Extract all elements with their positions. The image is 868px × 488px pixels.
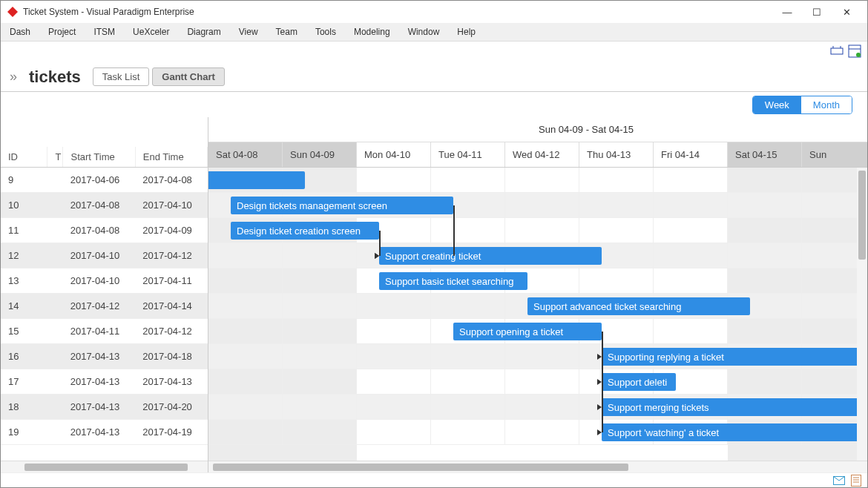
col-start[interactable]: Start Time [63,147,135,167]
toolbar-icon-a[interactable] [830,44,844,60]
table-row[interactable]: 172017-04-132017-04-13 [1,369,208,395]
day-header: Sun [802,142,867,168]
right-v-scroll[interactable] [857,168,867,461]
day-header: Fri 04-14 [654,142,728,168]
gantt-row: Support 'watching' a ticket [208,420,867,445]
table-row[interactable]: 192017-04-132017-04-19 [1,420,208,445]
gantt-bar[interactable]: Support deleti [602,373,676,391]
maximize-button[interactable]: ☐ [802,7,832,18]
cell-end: 2017-04-18 [135,351,208,362]
cell-end: 2017-04-11 [135,275,208,286]
gantt-bar[interactable]: Support creating ticket [379,247,602,265]
cell-id: 10 [1,200,48,211]
gantt-bar[interactable]: Support opening a ticket [453,323,602,340]
menu-tools[interactable]: Tools [315,27,336,37]
gantt-bar[interactable]: Support 'watching' a ticket [602,423,867,441]
period-month[interactable]: Month [801,96,852,113]
col-end[interactable]: End Time [136,147,208,167]
cell-start: 2017-04-13 [63,401,136,412]
menu-uexceler[interactable]: UeXceler [133,27,169,37]
cell-id: 16 [1,351,48,362]
gantt-bar[interactable]: Support basic ticket searching [379,272,527,290]
cell-id: 18 [1,401,48,412]
menu-help[interactable]: Help [457,27,476,37]
period-week[interactable]: Week [753,96,801,113]
table-row[interactable]: 162017-04-132017-04-18 [1,344,208,369]
dependency-arrow-icon [375,253,379,259]
cell-id: 17 [1,376,48,387]
gantt-right-pane: Sun 04-09 - Sat 04-15 Sat 04-08Sun 04-09… [208,117,867,472]
day-header: Sat 04-08 [208,142,283,168]
table-row[interactable]: 122017-04-102017-04-12 [1,243,208,268]
col-id[interactable]: ID [1,147,47,167]
gantt-row: Design ticket creation screen [208,218,867,243]
page-title: tickets [29,67,81,87]
cell-start: 2017-04-13 [63,376,136,387]
day-header: Mon 04-10 [357,142,431,168]
gantt-bar[interactable]: Design ticket creation screen [231,222,379,240]
menu-itsm[interactable]: ITSM [93,27,115,37]
dependency-arrow-icon [597,429,602,435]
col-t[interactable]: T [47,147,63,167]
table-row[interactable]: 152017-04-112017-04-12 [1,319,208,344]
svg-rect-8 [852,475,861,486]
table-row[interactable]: 112017-04-082017-04-09 [1,218,208,243]
toolbar-icon-b[interactable] [848,44,861,60]
tab-gantt-chart[interactable]: Gantt Chart [152,67,225,86]
cell-end: 2017-04-19 [135,426,208,438]
right-h-scroll[interactable] [208,461,867,472]
period-row: Week Month [1,92,867,117]
mail-icon[interactable] [833,476,845,485]
gantt-row: Support deleti [208,369,867,395]
cell-id: 9 [1,174,48,185]
menubar: Dash Project ITSM UeXceler Diagram View … [1,23,867,42]
gantt-row [208,168,867,193]
menu-team[interactable]: Team [276,27,297,37]
gantt-row: Support advanced ticket searching [208,294,867,319]
menu-dash[interactable]: Dash [10,27,30,37]
svg-point-6 [856,53,861,57]
note-icon[interactable] [851,475,861,487]
gantt-left-pane: ID T Start Time End Time 92017-04-062017… [1,117,208,472]
dependency-line [453,205,455,256]
table-row[interactable]: 142017-04-122017-04-14 [1,294,208,319]
cell-id: 13 [1,275,48,286]
cell-start: 2017-04-10 [63,275,136,286]
close-button[interactable]: ✕ [832,7,861,18]
page-header: » tickets Task List Gantt Chart [1,62,867,92]
dependency-line [602,332,603,432]
dependency-line [379,231,381,256]
gantt-bar[interactable]: Design tickets management screen [231,197,453,214]
gantt-bar[interactable]: Support advanced ticket searching [527,297,750,315]
svg-marker-0 [7,7,18,17]
day-header: Wed 04-12 [505,142,579,168]
gantt-area: ID T Start Time End Time 92017-04-062017… [1,117,867,472]
day-header: Sat 04-15 [728,142,802,168]
table-row[interactable]: 182017-04-132017-04-20 [1,395,208,420]
cell-start: 2017-04-11 [63,326,136,337]
cell-start: 2017-04-06 [63,174,136,185]
menu-project[interactable]: Project [48,27,76,37]
gantt-row: Design tickets management screen [208,193,867,218]
menu-diagram[interactable]: Diagram [187,27,220,37]
gantt-bar[interactable]: Supporting replying a ticket [602,348,867,366]
gantt-bar[interactable] [208,171,305,189]
gantt-bar[interactable]: Support merging tickets [602,398,867,416]
left-h-scroll[interactable] [1,461,208,472]
minimize-button[interactable]: — [772,7,802,18]
gantt-row: Support creating ticket [208,243,867,268]
app-icon [7,6,19,18]
table-row[interactable]: 92017-04-062017-04-08 [1,168,208,193]
menu-modeling[interactable]: Modeling [354,27,390,37]
menu-view[interactable]: View [239,27,258,37]
cell-id: 11 [1,225,48,236]
table-row[interactable]: 132017-04-102017-04-11 [1,268,208,294]
table-row[interactable]: 102017-04-082017-04-10 [1,193,208,218]
cell-end: 2017-04-09 [135,225,208,236]
tab-task-list[interactable]: Task List [93,67,150,86]
menu-window[interactable]: Window [408,27,440,37]
window-title: Ticket System - Visual Paradigm Enterpri… [23,7,772,17]
day-header: Thu 04-13 [579,142,654,168]
gantt-row: Support merging tickets [208,395,867,420]
toolbar [1,42,867,62]
